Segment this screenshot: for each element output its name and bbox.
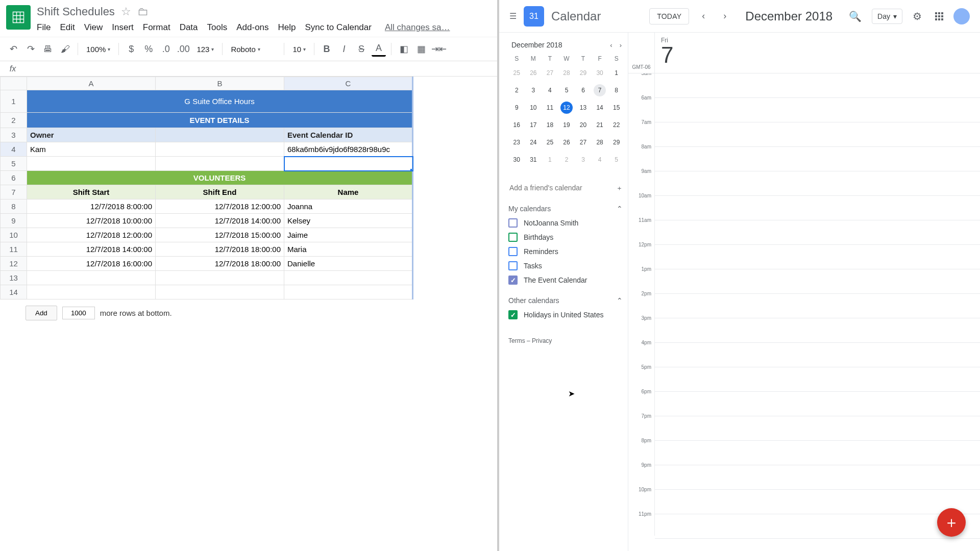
cell[interactable]: Event Calendar ID (284, 128, 413, 142)
row-head[interactable]: 8 (1, 199, 27, 214)
menu-sync[interactable]: Sync to Calendar (305, 22, 372, 33)
formula-input[interactable] (26, 61, 497, 76)
mini-day[interactable]: 17 (525, 116, 542, 134)
terms-link[interactable]: Terms (508, 337, 525, 344)
calendar-item[interactable]: Reminders (508, 244, 625, 259)
day-grid[interactable]: 5am6am7am8am9am10am11am12pm1pm2pm3pm4pm5… (628, 73, 980, 551)
mini-day[interactable]: 22 (608, 116, 625, 134)
cell[interactable]: 12/7/2018 14:00:00 (156, 214, 284, 228)
mini-day[interactable]: 3 (575, 151, 592, 168)
cell[interactable]: Jaime (284, 228, 413, 242)
calendar-item[interactable]: The Event Calendar (508, 273, 625, 287)
mini-day[interactable]: 26 (558, 134, 575, 151)
mini-day[interactable]: 11 (542, 99, 558, 116)
mini-day[interactable]: 18 (542, 116, 558, 134)
currency-icon[interactable]: $ (124, 41, 138, 57)
hour-cell[interactable] (655, 171, 980, 196)
mini-prev-icon[interactable]: ‹ (610, 41, 612, 49)
calendar-item[interactable]: Tasks (508, 259, 625, 273)
select-all-corner[interactable] (1, 77, 27, 90)
calendar-checkbox[interactable] (508, 261, 518, 270)
mini-day[interactable]: 1 (542, 151, 558, 168)
col-head-a[interactable]: A (27, 77, 156, 90)
menu-tools[interactable]: Tools (207, 22, 228, 33)
mini-day[interactable]: 27 (575, 134, 592, 151)
my-calendars-toggle[interactable]: My calendars⌃ (508, 203, 625, 216)
create-event-fab[interactable]: ＋ (937, 508, 966, 537)
strike-icon[interactable]: S (354, 41, 369, 57)
italic-icon[interactable]: I (337, 41, 351, 57)
cell[interactable]: Owner (27, 128, 156, 142)
fill-handle[interactable] (410, 169, 413, 171)
mini-day[interactable]: 26 (525, 64, 542, 82)
selected-cell[interactable] (284, 157, 413, 171)
hour-cell[interactable] (655, 294, 980, 318)
text-color-icon[interactable]: A (372, 41, 386, 57)
cell[interactable]: Kam (27, 142, 156, 157)
zoom-select[interactable]: 100%▾ (83, 45, 113, 54)
hour-cell[interactable] (655, 73, 980, 98)
mini-day[interactable]: 13 (575, 99, 592, 116)
search-icon[interactable]: 🔍 (846, 7, 865, 26)
save-status[interactable]: All changes sa… (385, 22, 450, 33)
menu-addons[interactable]: Add-ons (236, 22, 268, 33)
star-icon[interactable]: ☆ (121, 5, 131, 18)
calendar-logo[interactable]: 31 (524, 6, 544, 27)
mini-day[interactable]: 14 (592, 99, 608, 116)
cell[interactable]: Danielle (284, 257, 413, 271)
cell[interactable]: 12/7/2018 14:00:00 (27, 242, 156, 257)
mini-day[interactable]: 12 (558, 99, 575, 116)
mini-day[interactable]: 2 (508, 82, 525, 99)
calendar-item[interactable]: Birthdays (508, 230, 625, 244)
mini-day[interactable]: 4 (592, 151, 608, 168)
folder-icon[interactable]: 🗀 (137, 5, 149, 18)
cell[interactable]: Joanna (284, 199, 413, 214)
cell[interactable]: 12/7/2018 18:00:00 (156, 257, 284, 271)
cell-title[interactable]: G Suite Office Hours (27, 90, 413, 113)
row-head[interactable]: 1 (1, 90, 27, 113)
mini-day[interactable]: 24 (525, 134, 542, 151)
hour-cell[interactable] (655, 245, 980, 269)
mini-day[interactable]: 8 (608, 82, 625, 99)
mini-day[interactable]: 16 (508, 116, 525, 134)
mini-day[interactable]: 19 (558, 116, 575, 134)
hour-cell[interactable] (655, 196, 980, 220)
cell[interactable]: 12/7/2018 8:00:00 (27, 199, 156, 214)
col-head-b[interactable]: B (156, 77, 284, 90)
add-rows-count[interactable] (62, 307, 95, 319)
cell[interactable]: 12/7/2018 12:00:00 (27, 228, 156, 242)
row-head[interactable]: 11 (1, 242, 27, 257)
mini-day[interactable]: 1 (608, 64, 625, 82)
row-head[interactable]: 6 (1, 171, 27, 185)
mini-day[interactable]: 28 (558, 64, 575, 82)
hour-cell[interactable] (655, 392, 980, 416)
add-friend-input[interactable] (508, 181, 614, 195)
mini-day[interactable]: 9 (508, 99, 525, 116)
apps-icon[interactable] (932, 9, 946, 23)
doc-title[interactable]: Shift Schedules (37, 5, 115, 18)
hour-cell[interactable] (655, 367, 980, 392)
row-head[interactable]: 10 (1, 228, 27, 242)
cell[interactable]: 12/7/2018 12:00:00 (156, 199, 284, 214)
cell-subtitle[interactable]: EVENT DETAILS (27, 113, 413, 128)
hour-cell[interactable] (655, 465, 980, 490)
cell[interactable] (156, 128, 284, 142)
today-button[interactable]: TODAY (649, 8, 689, 24)
cell[interactable]: Name (284, 185, 413, 199)
cell[interactable]: Shift End (156, 185, 284, 199)
sheets-logo[interactable] (6, 5, 31, 30)
cell[interactable] (156, 142, 284, 157)
spreadsheet-grid[interactable]: A B C 1G Suite Office Hours 2EVENT DETAI… (0, 77, 413, 299)
hour-cell[interactable] (655, 343, 980, 367)
calendar-checkbox[interactable] (508, 310, 518, 319)
calendar-item[interactable]: NotJoanna Smith (508, 216, 625, 230)
borders-icon[interactable]: ▦ (414, 41, 428, 57)
menu-data[interactable]: Data (180, 22, 198, 33)
redo-icon[interactable]: ↷ (23, 41, 38, 57)
mini-day[interactable]: 29 (608, 134, 625, 151)
cell[interactable]: Shift Start (27, 185, 156, 199)
mini-day[interactable]: 25 (508, 64, 525, 82)
account-avatar[interactable] (953, 8, 970, 24)
col-head-c[interactable]: C (284, 77, 413, 90)
mini-day[interactable]: 30 (508, 151, 525, 168)
